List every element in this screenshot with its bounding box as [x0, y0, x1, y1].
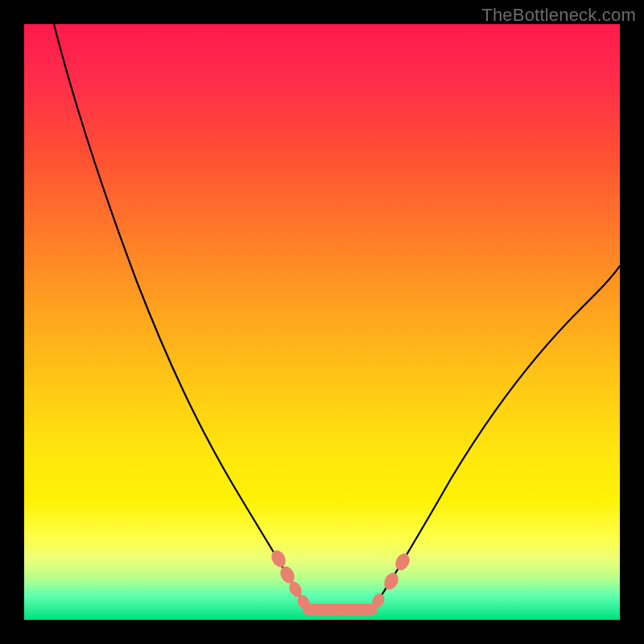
- marker-dot: [269, 548, 288, 570]
- curve-left: [54, 24, 304, 604]
- marker-dot: [393, 551, 412, 573]
- curve-right: [376, 266, 620, 604]
- chart-plot-area: [24, 24, 620, 620]
- watermark-text: TheBottleneck.com: [481, 5, 636, 26]
- marker-dot: [382, 571, 401, 592]
- chart-frame: TheBottleneck.com: [0, 0, 644, 644]
- chart-svg: [24, 24, 620, 620]
